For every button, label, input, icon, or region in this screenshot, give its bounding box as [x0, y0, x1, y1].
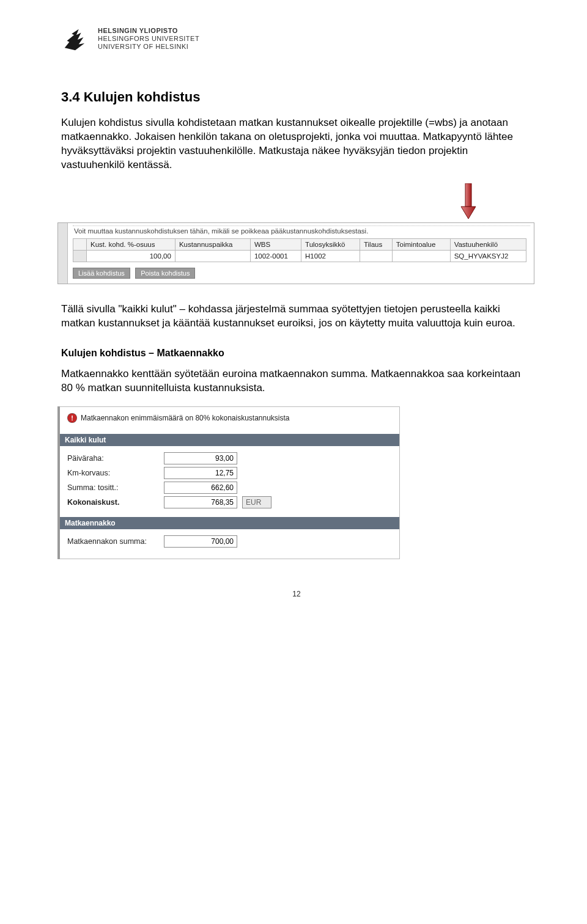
row-selector-header	[73, 238, 87, 250]
row-selector[interactable]	[73, 250, 87, 262]
warning-row: ! Matkaennakon enimmäismäärä on 80% koko…	[67, 413, 392, 423]
label-paivaraha: Päiväraha:	[67, 454, 159, 463]
input-summa[interactable]	[164, 482, 237, 494]
screenshot-cost-allocation: ↖ Voit muuttaa kustannuskohdistuksen täh…	[57, 222, 534, 284]
panel-header-all-costs: Kaikki kulut	[60, 434, 399, 446]
col-percent: Kust. kohd. %-osuus	[87, 238, 175, 250]
section-heading: 3.4 Kulujen kohdistus	[61, 89, 532, 105]
row-advance: Matkaennakon summa:	[67, 535, 392, 548]
input-paivaraha[interactable]	[164, 452, 237, 464]
row-total: Kokonaiskust.	[67, 496, 392, 508]
col-responsible: Vastuuhenkilö	[450, 238, 526, 250]
table-row[interactable]: 100,00 1002-0001 H1002 SQ_HYVAKSYJ2	[73, 250, 526, 262]
col-wbs: WBS	[250, 238, 301, 250]
warning-text: Matkaennakon enimmäismäärä on 80% kokona…	[81, 414, 290, 422]
paragraph-advance: Matkaennakko kenttään syötetään euroina …	[61, 367, 532, 395]
subsection-heading: Kulujen kohdistus – Matkaennakko	[61, 348, 532, 359]
input-kmkorvaus[interactable]	[164, 467, 237, 479]
screenshot-info-text: Voit muuttaa kustannuskohdistuksen tähän…	[73, 226, 530, 238]
warning-icon: !	[67, 413, 77, 423]
input-currency	[242, 496, 271, 508]
uni-name-en: UNIVERSITY OF HELSINKI	[98, 43, 199, 50]
label-summa: Summa: tositt.:	[67, 483, 159, 492]
callout-arrow	[61, 183, 532, 222]
page-number: 12	[61, 590, 532, 598]
cell-wbs[interactable]: 1002-0001	[250, 250, 301, 262]
flame-icon	[61, 24, 89, 53]
cell-order[interactable]	[360, 250, 392, 262]
cell-responsible[interactable]: SQ_HYVAKSYJ2	[450, 250, 526, 262]
paragraph-all-costs: Tällä sivulla "kaikki kulut" – kohdassa …	[61, 302, 532, 331]
label-total: Kokonaiskust.	[67, 498, 159, 507]
cell-activity[interactable]	[392, 250, 450, 262]
label-advance: Matkaennakon summa:	[67, 537, 159, 546]
uni-name-sv: HELSINGFORS UNIVERSITET	[98, 35, 199, 42]
cell-unit[interactable]: H1002	[301, 250, 360, 262]
row-kmkorvaus: Km-korvaus:	[67, 467, 392, 479]
svg-rect-0	[465, 183, 471, 207]
row-paivaraha: Päiväraha:	[67, 452, 392, 464]
label-kmkorvaus: Km-korvaus:	[67, 469, 159, 477]
input-advance[interactable]	[164, 535, 237, 548]
uni-name-fi: HELSINGIN YLIOPISTO	[98, 27, 199, 34]
add-allocation-button[interactable]: Lisää kohdistus	[73, 268, 130, 279]
screenshot-totals-form: ! Matkaennakon enimmäismäärä on 80% koko…	[57, 406, 400, 559]
col-order: Tilaus	[360, 238, 392, 250]
col-unit: Tulosyksikkö	[301, 238, 360, 250]
arrow-down-icon	[460, 183, 477, 222]
university-names: HELSINGIN YLIOPISTO HELSINGFORS UNIVERSI…	[98, 27, 199, 50]
university-logo-block: HELSINGIN YLIOPISTO HELSINGFORS UNIVERSI…	[61, 24, 532, 53]
allocation-table: Kust. kohd. %-osuus Kustannuspaikka WBS …	[73, 238, 526, 262]
col-costcenter: Kustannuspaikka	[175, 238, 250, 250]
paragraph-intro: Kulujen kohdistus sivulla kohdistetaan m…	[61, 116, 532, 172]
col-activity: Toimintoalue	[392, 238, 450, 250]
panel-header-advance: Matkaennakko	[60, 517, 399, 529]
cell-costcenter[interactable]	[175, 250, 250, 262]
input-total[interactable]	[164, 496, 237, 508]
svg-marker-1	[461, 207, 476, 219]
cell-percent[interactable]: 100,00	[87, 250, 175, 262]
row-summa: Summa: tositt.:	[67, 482, 392, 494]
remove-allocation-button[interactable]: Poista kohdistus	[135, 268, 195, 279]
